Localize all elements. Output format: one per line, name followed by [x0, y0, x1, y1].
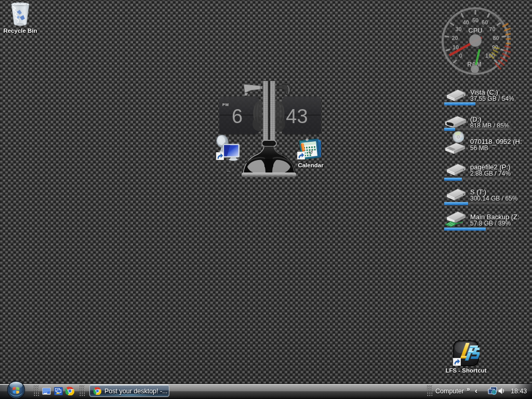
svg-text:0: 0 [459, 52, 462, 59]
svg-text:20: 20 [451, 35, 458, 41]
svg-text:80: 80 [493, 35, 499, 41]
svg-text:60: 60 [482, 19, 488, 25]
svg-text:CPU: CPU [468, 26, 482, 34]
svg-text:70: 70 [489, 26, 495, 32]
svg-text:50: 50 [472, 17, 478, 23]
svg-text:40: 40 [463, 19, 469, 25]
svg-text:30: 30 [455, 26, 461, 32]
